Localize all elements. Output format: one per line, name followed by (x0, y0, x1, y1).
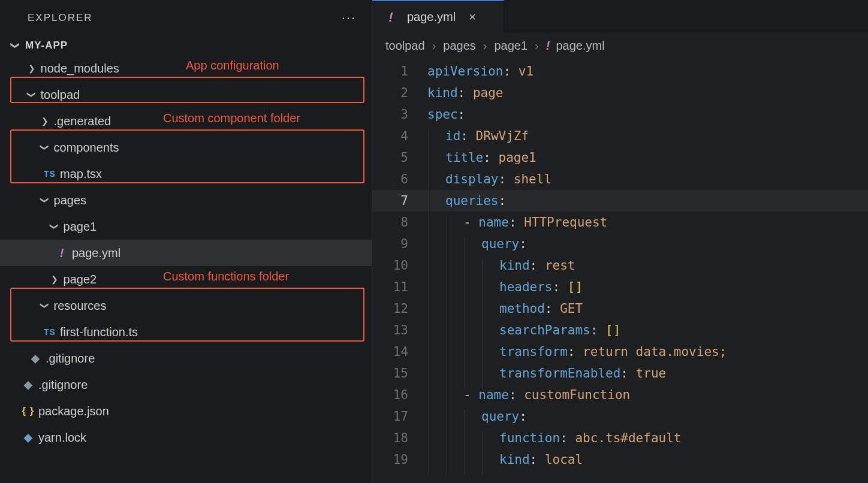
line-number: 16 (372, 384, 427, 406)
code-text: headers: [] (427, 276, 583, 298)
breadcrumb-seg[interactable]: page.yml (556, 39, 604, 53)
tree-label: first-function.ts (60, 325, 138, 339)
code-text: searchParams: [] (427, 319, 620, 341)
chevron-right-icon: › (430, 39, 439, 53)
chevron-down-icon (10, 41, 20, 50)
code-text: query: (427, 406, 527, 427)
close-icon[interactable]: × (469, 10, 476, 24)
code-line[interactable]: 5title: page1 (372, 147, 868, 168)
chevron-down-icon (40, 301, 50, 310)
code-text: query: (427, 233, 527, 255)
line-number: 3 (372, 104, 427, 125)
code-line[interactable]: 2kind: page (372, 82, 868, 104)
chevron-down-icon (40, 195, 50, 205)
code-editor[interactable]: 1apiVersion: v12kind: page3spec:4id: DRw… (372, 58, 868, 483)
line-number: 2 (372, 82, 427, 104)
git-icon: ◆ (28, 352, 43, 365)
tree-label: .gitignore (46, 352, 95, 366)
tree-folder-page1[interactable]: page1 (0, 213, 372, 240)
tree-folder-node_modules[interactable]: node_modules (0, 55, 372, 81)
tab-label: page.yml (407, 10, 456, 24)
tree-folder-page2[interactable]: page2 (0, 266, 372, 292)
chevron-right-icon: › (481, 39, 490, 53)
code-line[interactable]: 3spec: (372, 104, 868, 125)
yaml-icon: ! (383, 10, 399, 25)
explorer-header: EXPLORER ··· (0, 0, 372, 36)
tree-folder-toolpad[interactable]: toolpad (0, 81, 372, 108)
explorer-more-icon[interactable]: ··· (342, 10, 356, 26)
code-text: transformEnabled: true (427, 363, 666, 384)
chevron-right-icon: › (532, 39, 541, 53)
code-text: kind: rest (427, 255, 575, 276)
code-text: function: abc.ts#default (427, 427, 681, 449)
tree-label: .generated (54, 114, 111, 128)
tree-file-first-function[interactable]: TS first-function.ts (0, 319, 372, 345)
line-number: 14 (372, 341, 427, 363)
typescript-icon: TS (42, 169, 58, 179)
code-text: title: page1 (427, 147, 537, 168)
tree-label: .gitignore (38, 378, 88, 392)
tree-label: page.yml (72, 246, 120, 260)
line-number: 9 (372, 233, 427, 255)
tree-label: pages (54, 194, 87, 207)
explorer-title: EXPLORER (28, 12, 93, 24)
tree-file-page-yml[interactable]: ! page.yml (0, 240, 372, 266)
line-number: 11 (372, 276, 427, 298)
chevron-right-icon (26, 64, 37, 73)
line-number: 4 (372, 125, 427, 147)
tree-folder-generated[interactable]: .generated (0, 108, 372, 134)
breadcrumb-seg[interactable]: pages (443, 39, 476, 53)
breadcrumb: toolpad › pages › page1 › ! page.yml (372, 33, 868, 58)
tree-folder-pages[interactable]: pages (0, 187, 372, 213)
project-header[interactable]: MY-APP (0, 36, 372, 55)
line-number: 8 (372, 212, 427, 233)
tree-label: page1 (64, 220, 97, 234)
code-line[interactable]: 4id: DRwVjZf (372, 125, 868, 147)
code-line[interactable]: 7queries: (372, 190, 868, 212)
tree-file-gitignore[interactable]: ◆ .gitignore (0, 345, 372, 372)
line-number: 19 (372, 449, 427, 470)
tree-folder-components[interactable]: components (0, 134, 372, 161)
code-text: kind: local (427, 449, 583, 470)
line-number: 12 (372, 298, 427, 319)
project-name: MY-APP (25, 40, 68, 52)
code-line[interactable]: 1apiVersion: v1 (372, 61, 868, 82)
tree-label: map.tsx (60, 167, 102, 181)
tree-label: node_modules (41, 62, 119, 76)
chevron-right-icon (40, 116, 50, 126)
line-number: 17 (372, 406, 427, 427)
breadcrumb-seg[interactable]: page1 (494, 39, 528, 53)
chevron-down-icon (49, 222, 60, 231)
breadcrumb-seg[interactable]: toolpad (385, 39, 425, 53)
code-line[interactable]: 8- name: HTTPrequest (372, 212, 868, 233)
json-icon: { } (20, 405, 36, 417)
tree-file-gitignore-root[interactable]: ◆ .gitignore (0, 372, 372, 398)
tree-label: package.json (38, 404, 109, 418)
code-text: - name: customFunction (427, 384, 630, 406)
line-number: 5 (372, 147, 427, 168)
code-text: spec: (427, 104, 465, 125)
git-icon: ◆ (20, 378, 36, 391)
chevron-down-icon (26, 90, 37, 99)
tab-page-yml[interactable]: ! page.yml × (372, 0, 504, 33)
code-text: display: shell (427, 168, 551, 190)
line-number: 7 (372, 190, 427, 212)
tree-file-yarn-lock[interactable]: ◆ yarn.lock (0, 424, 372, 451)
tree-label: page2 (64, 273, 97, 286)
tree-file-package-json[interactable]: { } package.json (0, 398, 372, 424)
line-number: 15 (372, 363, 427, 384)
tree-label: yarn.lock (38, 431, 86, 445)
code-text: kind: page (427, 82, 503, 104)
tree-label: components (54, 141, 119, 155)
code-text: - name: HTTPrequest (427, 212, 607, 233)
chevron-down-icon (40, 143, 50, 152)
code-line[interactable]: 6display: shell (372, 168, 868, 190)
code-text: apiVersion: v1 (427, 61, 534, 82)
tree-folder-resources[interactable]: resources (0, 292, 372, 319)
file-tree: node_modules toolpad .generated componen… (0, 55, 372, 483)
tree-file-map-tsx[interactable]: TS map.tsx (0, 161, 372, 187)
line-number: 1 (372, 61, 427, 82)
tree-label: resources (54, 299, 107, 313)
explorer-panel: EXPLORER ··· MY-APP node_modules toolpad… (0, 0, 372, 483)
tree-label: toolpad (41, 88, 80, 102)
